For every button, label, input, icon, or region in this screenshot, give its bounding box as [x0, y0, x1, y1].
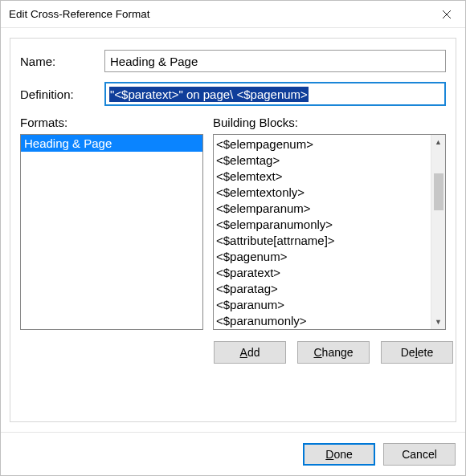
- list-item[interactable]: <$elemparanum>: [216, 201, 428, 217]
- change-button[interactable]: Change: [297, 341, 370, 364]
- formats-listbox[interactable]: Heading & Page: [20, 134, 203, 330]
- building-blocks-items: <$elempagenum><$elemtag><$elemtext><$ele…: [214, 135, 431, 329]
- scroll-down-button[interactable]: ▼: [431, 315, 446, 329]
- name-row: Name:: [20, 50, 446, 72]
- title-bar: Edit Cross-Reference Format: [1, 1, 465, 28]
- close-icon: [442, 10, 452, 19]
- list-item[interactable]: <$pagenum>: [216, 249, 428, 265]
- action-button-row: Add Change Delete: [214, 341, 446, 364]
- definition-input[interactable]: "<$paratext>" on page\ <$pagenum>: [104, 82, 446, 106]
- building-blocks-listbox[interactable]: <$elempagenum><$elemtag><$elemtext><$ele…: [213, 134, 446, 330]
- close-button[interactable]: [428, 1, 465, 27]
- dialog-title: Edit Cross-Reference Format: [9, 8, 428, 20]
- list-item[interactable]: <$attribute[attrname]>: [216, 233, 428, 249]
- name-label: Name:: [20, 55, 104, 68]
- formats-column: Formats: Heading & Page: [20, 116, 203, 330]
- done-button[interactable]: Done: [303, 443, 375, 466]
- add-button[interactable]: Add: [214, 341, 286, 364]
- list-item[interactable]: <$elemtextonly>: [216, 185, 428, 201]
- definition-label: Definition:: [20, 87, 104, 101]
- list-item[interactable]: <$paratag>: [216, 281, 428, 297]
- building-blocks-column: Building Blocks: <$elempagenum><$elemtag…: [213, 116, 446, 330]
- definition-row: Definition: "<$paratext>" on page\ <$pag…: [20, 82, 446, 106]
- list-item[interactable]: <$elemparanumonly>: [216, 217, 428, 233]
- dialog-footer: Done Cancel: [1, 432, 465, 475]
- scroll-up-button[interactable]: ▲: [431, 135, 446, 149]
- scrollbar[interactable]: ▲ ▼: [431, 135, 445, 329]
- name-input[interactable]: [104, 50, 446, 72]
- building-blocks-label: Building Blocks:: [213, 116, 446, 129]
- scroll-thumb[interactable]: [434, 173, 444, 210]
- list-item[interactable]: <$elemtag>: [216, 153, 428, 169]
- list-item[interactable]: <$paranumonly>: [216, 313, 428, 329]
- list-item[interactable]: <$paratext>: [216, 265, 428, 281]
- list-item[interactable]: <$paranum>: [216, 297, 428, 313]
- list-item[interactable]: <$elempagenum>: [216, 136, 428, 153]
- scroll-track[interactable]: [431, 149, 445, 315]
- list-item[interactable]: <$elemtext>: [216, 169, 428, 185]
- cancel-button[interactable]: Cancel: [383, 443, 456, 466]
- definition-selected-text: "<$paratext>" on page\ <$pagenum>: [109, 87, 309, 102]
- delete-button[interactable]: Delete: [381, 341, 453, 364]
- formats-label: Formats:: [20, 116, 203, 129]
- content-panel: Name: Definition: "<$paratext>" on page\…: [10, 38, 456, 422]
- list-item[interactable]: Heading & Page: [21, 135, 202, 152]
- lists-row: Formats: Heading & Page Building Blocks:…: [20, 116, 446, 330]
